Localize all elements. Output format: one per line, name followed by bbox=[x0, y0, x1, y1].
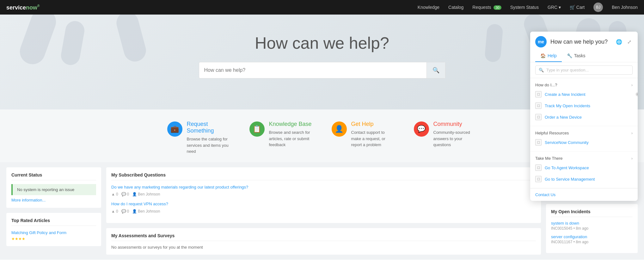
chat-item-service-management[interactable]: ☐ Go to Service Management bbox=[535, 173, 633, 185]
current-status-title: Current Status bbox=[11, 172, 96, 180]
likes-0: ▲ 0 bbox=[111, 192, 118, 196]
category-request-text: Request Something Browse the catalog for… bbox=[187, 121, 230, 155]
middle-column: My Subscribed Questions Do we have any m… bbox=[106, 167, 541, 255]
svg-text:service: service bbox=[6, 4, 26, 11]
question-meta-0: ▲ 0 💬 0 👤 Ben Johnson bbox=[111, 192, 536, 196]
author-0: 👤 Ben Johnson bbox=[132, 192, 160, 196]
chat-search-icon: 🔍 bbox=[539, 68, 544, 72]
service-management-icon: ☐ bbox=[535, 176, 542, 182]
chat-panel: me How can we help you? 🌐 ⤢ 🏠 Help 🔧 Tas… bbox=[530, 32, 638, 201]
more-info-link[interactable]: More information... bbox=[11, 198, 46, 202]
incident-meta-0: INC0015045 • 8m ago bbox=[551, 226, 633, 231]
article-link-0[interactable]: Matching Gift Policy and Form bbox=[11, 230, 66, 235]
create-incident-icon: ☐ bbox=[535, 91, 542, 97]
contact-us-link[interactable]: Contact Us bbox=[530, 188, 638, 201]
left-column: Current Status No system is reporting an… bbox=[6, 167, 101, 255]
search-button[interactable]: 🔍 bbox=[426, 62, 445, 78]
nav-knowledge[interactable]: Knowledge bbox=[418, 5, 439, 10]
chat-tab-tasks[interactable]: 🔧 Tasks bbox=[562, 50, 591, 62]
incident-meta-1: INC0011167 • 8m ago bbox=[551, 240, 633, 244]
knowledge-icon: 📋 bbox=[249, 121, 265, 137]
current-status-card: Current Status No system is reporting an… bbox=[6, 167, 101, 208]
top-rated-articles-card: Top Rated Articles Matching Gift Policy … bbox=[6, 213, 101, 246]
chat-globe-button[interactable]: 🌐 bbox=[615, 38, 623, 46]
helpful-resources-header[interactable]: Helpful Resources › bbox=[535, 129, 633, 137]
author-1: 👤 Ben Johnson bbox=[132, 209, 160, 214]
request-icon: 💼 bbox=[167, 121, 182, 137]
chat-item-create-incident[interactable]: ☐ Create a New Incident bbox=[535, 89, 633, 100]
take-me-there-header[interactable]: Take Me There › bbox=[535, 155, 633, 162]
article-stars-0: ★★★★ bbox=[11, 237, 96, 241]
community-icon: 💬 bbox=[414, 121, 429, 137]
nav-requests[interactable]: Requests 30 bbox=[472, 5, 501, 10]
take-me-there-chevron: › bbox=[631, 156, 633, 161]
chat-avatar: me bbox=[535, 36, 547, 47]
get-help-icon: 👤 bbox=[332, 121, 347, 137]
chat-item-track-incidents[interactable]: ☐ Track My Open Incidents bbox=[535, 100, 633, 111]
top-rated-title: Top Rated Articles bbox=[11, 218, 96, 226]
status-bar: No system is reporting an issue bbox=[11, 184, 96, 195]
chat-tabs: 🏠 Help 🔧 Tasks bbox=[530, 50, 638, 62]
chat-section-how-do-i: How do I...? › ☐ Create a New Incident ☐… bbox=[530, 78, 638, 126]
category-knowledge[interactable]: 📋 Knowledge Base Browse and search for a… bbox=[249, 121, 313, 155]
help-home-icon: 🏠 bbox=[540, 53, 546, 58]
servicenow-community-icon: ☐ bbox=[535, 139, 542, 146]
chat-header: me How can we help you? 🌐 ⤢ bbox=[530, 32, 638, 47]
nav-user[interactable]: Ben Johnson bbox=[612, 5, 638, 10]
question-link-0[interactable]: Do we have any marketing materials regar… bbox=[111, 184, 536, 190]
subscribed-questions-card: My Subscribed Questions Do we have any m… bbox=[106, 167, 541, 223]
category-get-help-text: Get Help Contact support to make a reque… bbox=[351, 121, 395, 148]
open-incidents-title: My Open Incidents bbox=[551, 209, 633, 217]
category-community-text: Community Community-sourced answers to y… bbox=[433, 121, 477, 148]
search-input[interactable] bbox=[199, 63, 426, 78]
track-incidents-icon: ☐ bbox=[535, 102, 542, 109]
order-device-icon: ☐ bbox=[535, 114, 542, 120]
how-do-i-header[interactable]: How do I...? › bbox=[535, 81, 633, 89]
chat-header-actions: 🌐 ⤢ bbox=[615, 38, 633, 46]
open-incidents-card: My Open Incidents system is down INC0015… bbox=[546, 204, 638, 253]
requests-badge: 30 bbox=[494, 5, 501, 10]
nav-catalog[interactable]: Catalog bbox=[448, 5, 463, 10]
chat-search-inner: 🔍 bbox=[535, 65, 633, 75]
how-do-i-chevron: › bbox=[631, 83, 633, 87]
comments-0: 💬 0 bbox=[121, 192, 129, 196]
subscribed-questions-title: My Subscribed Questions bbox=[111, 172, 536, 180]
comments-1: 💬 0 bbox=[121, 209, 129, 214]
chat-expand-button[interactable]: ⤢ bbox=[626, 38, 633, 46]
svg-text:®: ® bbox=[37, 4, 40, 8]
nav-cart[interactable]: 🛒 Cart bbox=[570, 5, 585, 10]
chat-section-take-me-there: Take Me There › ☐ Go To Agent Workspace … bbox=[530, 152, 638, 188]
chat-item-servicenow-community[interactable]: ☐ ServiceNow Community bbox=[535, 137, 633, 148]
incident-link-1[interactable]: server configuration bbox=[551, 234, 633, 239]
assessments-card: My Assessments and Surveys No assessment… bbox=[106, 228, 541, 255]
agent-workspace-icon: ☐ bbox=[535, 164, 542, 171]
category-request[interactable]: 💼 Request Something Browse the catalog f… bbox=[167, 121, 230, 155]
question-link-1[interactable]: How do I request VPN access? bbox=[111, 201, 536, 207]
user-avatar[interactable]: BJ bbox=[593, 3, 603, 12]
chat-section-helpful-resources: Helpful Resources › ☐ ServiceNow Communi… bbox=[530, 126, 638, 152]
tasks-icon: 🔧 bbox=[567, 53, 572, 58]
question-meta-1: ▲ 0 💬 0 👤 Ben Johnson bbox=[111, 209, 536, 214]
nav-grc[interactable]: GRC ▾ bbox=[548, 5, 561, 10]
svg-text:now: now bbox=[26, 4, 38, 11]
chat-search-area: 🔍 bbox=[530, 62, 638, 78]
category-community[interactable]: 💬 Community Community-sourced answers to… bbox=[414, 121, 477, 155]
category-get-help[interactable]: 👤 Get Help Contact support to make a req… bbox=[332, 121, 395, 155]
category-knowledge-text: Knowledge Base Browse and search for art… bbox=[269, 121, 313, 148]
chat-search-input[interactable] bbox=[546, 68, 629, 72]
incident-link-0[interactable]: system is down bbox=[551, 221, 633, 226]
no-assessments-message: No assessments or surveys for you at the… bbox=[111, 245, 536, 250]
chat-item-order-device[interactable]: ☐ Order a New Device bbox=[535, 111, 633, 123]
logo[interactable]: service now ® bbox=[6, 3, 51, 11]
navigation: service now ® Knowledge Catalog Requests… bbox=[0, 0, 644, 15]
search-bar: 🔍 bbox=[199, 62, 445, 78]
chat-tab-help[interactable]: 🏠 Help bbox=[535, 50, 562, 62]
nav-system-status[interactable]: System Status bbox=[510, 5, 539, 10]
assessments-title: My Assessments and Surveys bbox=[111, 233, 536, 241]
likes-1: ▲ 0 bbox=[111, 209, 118, 214]
helpful-resources-chevron: › bbox=[631, 131, 633, 135]
chat-item-agent-workspace[interactable]: ☐ Go To Agent Workspace bbox=[535, 162, 633, 173]
chat-title: How can we help you? bbox=[550, 39, 611, 45]
chat-body: How do I...? › ☐ Create a New Incident ☐… bbox=[530, 78, 638, 201]
